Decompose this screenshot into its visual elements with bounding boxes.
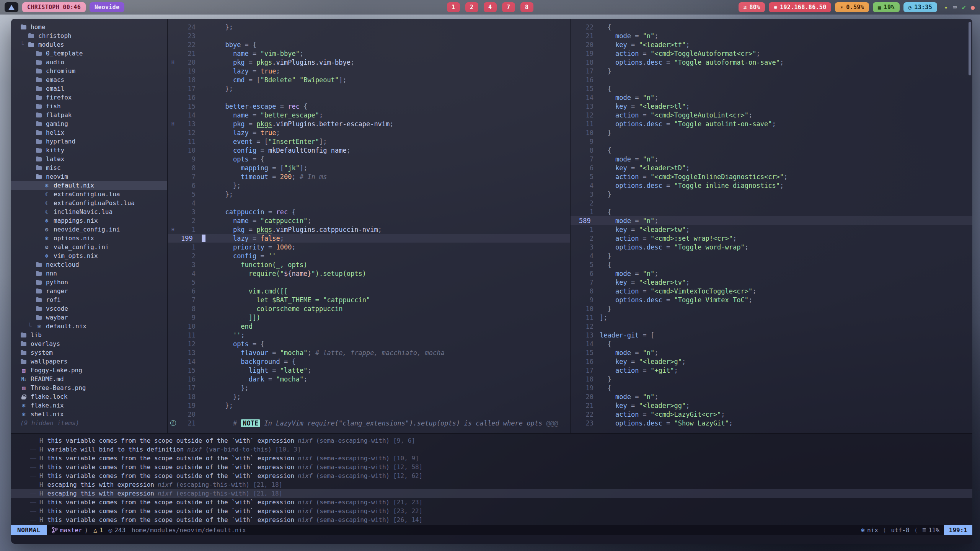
code-line[interactable]: 22 { xyxy=(571,23,972,31)
diagnostic-item[interactable]: Hthis variable comes from the scope outs… xyxy=(11,463,972,471)
code-line[interactable]: 19 action = "<cmd>ToggleAutoformat<cr>"; xyxy=(571,49,972,58)
workspace-button[interactable]: 4 xyxy=(484,2,497,12)
code-line[interactable]: 4 options.desc = "Toggle inline diagnost… xyxy=(571,181,972,190)
code-line[interactable]: 5 }; xyxy=(168,190,570,199)
workspace-button[interactable]: 8 xyxy=(520,2,533,12)
diagnostic-item[interactable]: Hescaping this with expressionnixf(escap… xyxy=(11,489,972,498)
code-line[interactable]: 10 end xyxy=(168,322,570,331)
app-name-badge[interactable]: Neovide xyxy=(90,2,124,12)
tree-item[interactable]: flatpak xyxy=(11,111,167,119)
code-line[interactable]: 2 xyxy=(571,199,972,207)
tree-item[interactable]: ⚙vale_config.ini xyxy=(11,243,167,251)
tree-item[interactable]: audio xyxy=(11,58,167,67)
code-line[interactable]: 13 flavour = "mocha"; # latte, frappe, m… xyxy=(168,348,570,357)
code-line[interactable]: 6 key = "<leader>tD"; xyxy=(571,163,972,172)
workspace-button[interactable]: 7 xyxy=(502,2,515,12)
code-line[interactable]: 19 lazy = true; xyxy=(168,67,570,75)
cpu-badge[interactable]: ☀0.59% xyxy=(835,2,869,12)
code-line[interactable]: 9 xyxy=(571,137,972,146)
code-line[interactable]: 12 lazy = true; xyxy=(168,128,570,137)
code-line[interactable]: 6 vim.cmd([[ xyxy=(168,287,570,295)
usage-badge[interactable]: ⇄80% xyxy=(739,2,765,12)
tree-item[interactable]: fish xyxy=(11,102,167,111)
code-line[interactable]: 10 } xyxy=(571,304,972,313)
tree-item[interactable]: ❄shell.nix xyxy=(11,410,167,419)
tree-item[interactable]: ▨Three-Bears.png xyxy=(11,383,167,392)
code-line[interactable]: 5 action = "<cmd>ToggleInlineDiagnostics… xyxy=(571,172,972,181)
tree-item[interactable]: ☾extraConfigLua.lua xyxy=(11,190,167,199)
code-line[interactable]: 16 dark = "mocha"; xyxy=(168,375,570,383)
code-line[interactable]: 21 name = "vim-bbye"; xyxy=(168,49,570,58)
code-line[interactable]: 8 action = "<cmd>VimtexTocToggle<cr>"; xyxy=(571,287,972,295)
code-line[interactable]: 2 config = '' xyxy=(168,251,570,260)
code-line[interactable]: 9 opts = { xyxy=(168,155,570,163)
tree-item[interactable]: ❄options.nix xyxy=(11,234,167,243)
code-line[interactable]: 12 xyxy=(571,322,972,331)
workspace-button[interactable]: 1 xyxy=(447,2,460,12)
code-line[interactable]: H13 pkg = pkgs.vimPlugins.better-escape-… xyxy=(168,119,570,128)
code-line[interactable]: 18 options.desc = "Toggle autoformat-on-… xyxy=(571,58,972,67)
code-line[interactable]: 14 mode = "n"; xyxy=(571,93,972,102)
code-line[interactable]: 20 xyxy=(168,410,570,419)
diagnostic-item[interactable]: Hthis variable comes from the scope outs… xyxy=(11,471,972,480)
code-line[interactable]: 20 mode = "n"; xyxy=(571,392,972,401)
tree-item[interactable]: ❄mappings.nix xyxy=(11,216,167,225)
check-icon[interactable]: ✔ xyxy=(962,3,966,11)
code-line[interactable]: 8 { xyxy=(571,146,972,155)
tree-item[interactable]: └❄default.nix xyxy=(11,322,167,331)
code-line[interactable]: H1 pkg = pkgs.vimPlugins.catppuccin-nvim… xyxy=(168,225,570,234)
code-line[interactable]: 15 light = "latte"; xyxy=(168,366,570,375)
tree-item[interactable]: hyprland xyxy=(11,137,167,146)
code-line[interactable]: H20 pkg = pkgs.vimPlugins.vim-bbye; xyxy=(168,58,570,67)
scrollbar-thumb[interactable] xyxy=(969,22,971,75)
code-line[interactable]: 13leader-git = [ xyxy=(571,331,972,339)
tree-item[interactable]: kitty xyxy=(11,146,167,155)
code-line[interactable]: 3 options.desc = "Toggle word-wrap"; xyxy=(571,243,972,251)
code-line[interactable]: 10 } xyxy=(571,128,972,137)
code-line[interactable]: 18 } xyxy=(571,375,972,383)
tree-item[interactable]: system xyxy=(11,348,167,357)
code-line[interactable]: 2 action = "<cmd>:set wrap!<cr>"; xyxy=(571,234,972,243)
code-line[interactable]: 16 xyxy=(571,75,972,84)
code-line[interactable]: 3 function(_, opts) xyxy=(168,260,570,269)
code-line[interactable]: 9 ]]) xyxy=(168,313,570,322)
tree-item[interactable]: helix xyxy=(11,128,167,137)
tree-item[interactable]: ☾inclineNavic.lua xyxy=(11,207,167,216)
tree-item[interactable]: chromium xyxy=(11,67,167,75)
code-line[interactable]: 19 { xyxy=(571,383,972,392)
tree-item[interactable]: 0_template xyxy=(11,49,167,58)
tree-item[interactable]: ranger xyxy=(11,287,167,295)
code-line[interactable]: 9 options.desc = "Toggle Vimtex ToC"; xyxy=(571,295,972,304)
code-line[interactable]: 1 key = "<leader>tw"; xyxy=(571,225,972,234)
code-line[interactable]: 20 key = "<leader>tf"; xyxy=(571,40,972,49)
tree-item[interactable]: ❄vim_opts.nix xyxy=(11,251,167,260)
code-line[interactable]: 1 { xyxy=(571,207,972,216)
diagnostic-item[interactable]: Hthis variable comes from the scope outs… xyxy=(11,507,972,515)
code-line[interactable]: 10 config = mkDefaultConfig name; xyxy=(168,146,570,155)
tree-item[interactable]: email xyxy=(11,84,167,93)
tree-item[interactable]: ⚙neovide_config.ini xyxy=(11,225,167,234)
workspace-button[interactable]: 2 xyxy=(465,2,478,12)
tree-item[interactable]: waybar xyxy=(11,313,167,322)
code-line[interactable]: 15 mode = "n"; xyxy=(571,348,972,357)
code-line[interactable]: 17 }; xyxy=(168,383,570,392)
tree-item[interactable]: ❄flake.nix xyxy=(11,401,167,410)
code-line[interactable]: 19 }; xyxy=(168,401,570,410)
code-line[interactable]: 4 } xyxy=(571,251,972,260)
code-line[interactable]: 15 better-escape = rec { xyxy=(168,102,570,111)
code-line[interactable]: 23 options.desc = "Show LazyGit"; xyxy=(571,419,972,427)
code-line[interactable]: 16 xyxy=(168,93,570,102)
tree-item[interactable]: python xyxy=(11,278,167,287)
code-line[interactable]: 2 name = "catppuccin"; xyxy=(168,216,570,225)
diagnostic-item[interactable]: Hthis variable comes from the scope outs… xyxy=(11,436,972,445)
code-line[interactable]: 21 mode = "n"; xyxy=(571,31,972,40)
code-line[interactable]: 3 catppuccin = rec { xyxy=(168,207,570,216)
code-line[interactable]: 16 key = "<leader>g"; xyxy=(571,357,972,366)
code-line[interactable]: 12 action = "<cmd>ToggleAutoLint<cr>"; xyxy=(571,111,972,119)
code-line[interactable]: 22 bbye = { xyxy=(168,40,570,49)
code-line[interactable]: 23 xyxy=(168,31,570,40)
code-line[interactable]: 12 opts = { xyxy=(168,339,570,348)
code-line[interactable]: 13 key = "<leader>tl"; xyxy=(571,102,972,111)
tree-item[interactable]: emacs xyxy=(11,75,167,84)
memory-badge[interactable]: ▦19% xyxy=(873,2,900,12)
